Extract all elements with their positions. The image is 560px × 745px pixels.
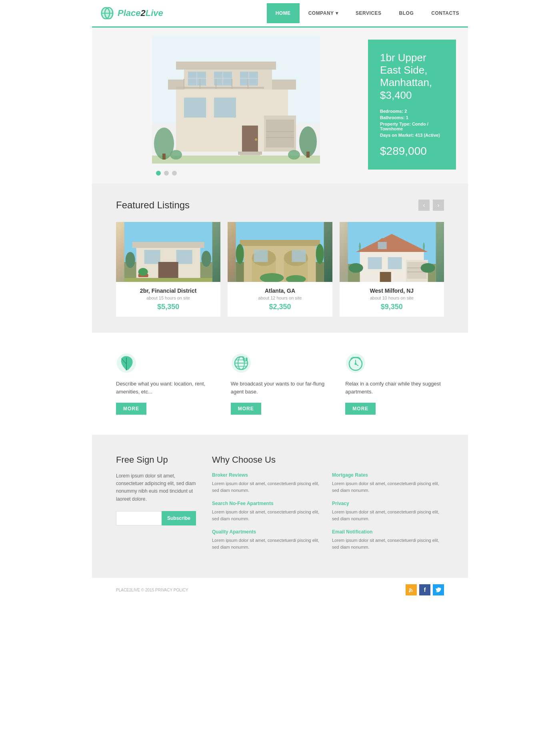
social-icons: f bbox=[406, 584, 444, 595]
why-links-grid: Broker Reviews Lorem ipsum dolor sit ame… bbox=[212, 472, 444, 557]
listing-time-3: about 10 hours on site bbox=[346, 296, 438, 300]
feature-desc-2: We broadcast your wants to our far-flung… bbox=[231, 380, 330, 395]
features-grid: Describe what you want: location, rent, … bbox=[116, 353, 444, 415]
svg-rect-62 bbox=[254, 250, 268, 262]
logo-text: Place2Live bbox=[118, 8, 163, 18]
svg-point-82 bbox=[420, 263, 435, 273]
why-text-privacy: Lorem ipsum dolor sit amet, consectetuer… bbox=[332, 509, 444, 522]
hero-price: $289,000 bbox=[380, 145, 444, 158]
feature-item-3: Relax in a comfy chair while they sugges… bbox=[345, 353, 444, 415]
hero-carousel-dots bbox=[156, 171, 177, 176]
listing-card-2[interactable]: Atlanta, GA about 12 hours on site $2,35… bbox=[228, 222, 332, 317]
svg-rect-79 bbox=[378, 242, 386, 249]
bottom-grid: Free Sign Up Lorem ipsum dolor sit amet,… bbox=[116, 455, 444, 557]
signup-description: Lorem ipsum dolor sit amet, consectetuer… bbox=[116, 472, 196, 503]
main-nav: HOME COMPANY ▾ SERVICES BLOG CONTACTS bbox=[267, 3, 468, 23]
subscribe-button[interactable]: Subscribe bbox=[162, 511, 196, 525]
svg-rect-77 bbox=[388, 257, 402, 269]
leaf-icon bbox=[116, 353, 137, 373]
svg-rect-27 bbox=[176, 87, 264, 89]
why-link-nofee[interactable]: Search No-Fee Apartments bbox=[212, 501, 324, 506]
nav-blog[interactable]: BLOG bbox=[390, 3, 423, 23]
rss-icon[interactable] bbox=[406, 584, 417, 595]
listing-time-1: about 15 hours on site bbox=[122, 296, 214, 300]
why-link-privacy[interactable]: Privacy bbox=[332, 501, 444, 506]
feature-more-btn-3[interactable]: MORE bbox=[345, 403, 376, 415]
globe-icon bbox=[231, 353, 252, 373]
carousel-arrows: ‹ › bbox=[418, 200, 444, 211]
why-choose-us-column: Why Choose Us Broker Reviews Lorem ipsum… bbox=[212, 455, 444, 557]
listing-image-1 bbox=[116, 222, 220, 282]
svg-point-65 bbox=[316, 244, 324, 264]
why-link-quality[interactable]: Quality Apartments bbox=[212, 529, 324, 535]
why-link-mortgage[interactable]: Mortgage Rates bbox=[332, 472, 444, 478]
bottom-section: Free Sign Up Lorem ipsum dolor sit amet,… bbox=[92, 435, 468, 577]
why-links-right: Mortgage Rates Lorem ipsum dolor sit ame… bbox=[332, 472, 444, 557]
why-choose-title: Why Choose Us bbox=[212, 455, 444, 465]
listing-card-3[interactable]: West Milford, NJ about 10 hours on site … bbox=[340, 222, 444, 317]
logo[interactable]: Place2Live bbox=[92, 0, 171, 26]
footer: PLACE2LIVE © 2015 PRIVACY POLICY f bbox=[92, 577, 468, 602]
listing-info-2: Atlanta, GA about 12 hours on site $2,35… bbox=[228, 282, 332, 317]
why-link-email-notification[interactable]: Email Notification bbox=[332, 529, 444, 535]
header: Place2Live HOME COMPANY ▾ SERVICES BLOG … bbox=[92, 0, 468, 28]
listing-card-1[interactable]: 2br, Financial District about 15 hours o… bbox=[116, 222, 220, 317]
why-links-left: Broker Reviews Lorem ipsum dolor sit ame… bbox=[212, 472, 324, 557]
feature-desc-1: Describe what you want: location, rent, … bbox=[116, 380, 215, 395]
svg-rect-39 bbox=[306, 152, 310, 158]
arrow-prev[interactable]: ‹ bbox=[418, 200, 430, 211]
listing-time-2: about 12 hours on site bbox=[234, 296, 326, 300]
why-text-broker: Lorem ipsum dolor sit amet, consectetuer… bbox=[212, 480, 324, 493]
nav-services[interactable]: SERVICES bbox=[347, 3, 390, 23]
featured-listings-section: Featured Listings ‹ › bbox=[92, 184, 468, 333]
listing-image-3 bbox=[340, 222, 444, 282]
hero-card-title: 1br Upper East Side, Manhattan, $3,400 bbox=[380, 52, 444, 102]
svg-rect-11 bbox=[266, 120, 294, 148]
chevron-down-icon: ▾ bbox=[336, 10, 338, 16]
features-section: Describe what you want: location, rent, … bbox=[92, 333, 468, 435]
svg-rect-9 bbox=[176, 62, 276, 70]
svg-point-41 bbox=[288, 150, 300, 160]
why-text-quality: Lorem ipsum dolor sit amet, consectetuer… bbox=[212, 537, 324, 550]
why-text-email-notification: Lorem ipsum dolor sit amet, consectetuer… bbox=[332, 537, 444, 550]
hero-house-image bbox=[152, 36, 320, 165]
feature-more-btn-1[interactable]: MORE bbox=[116, 403, 146, 415]
svg-rect-51 bbox=[124, 278, 212, 282]
svg-point-26 bbox=[255, 138, 257, 141]
listing-info-1: 2br, Financial District about 15 hours o… bbox=[116, 282, 220, 317]
svg-rect-46 bbox=[144, 250, 160, 264]
why-text-mortgage: Lorem ipsum dolor sit amet, consectetuer… bbox=[332, 480, 444, 493]
svg-rect-63 bbox=[292, 250, 306, 262]
twitter-icon[interactable] bbox=[433, 584, 444, 595]
hero-dot-2[interactable] bbox=[164, 171, 169, 176]
listing-price-3: $9,350 bbox=[346, 303, 438, 311]
svg-point-99 bbox=[355, 363, 357, 365]
feature-more-btn-2[interactable]: MORE bbox=[231, 403, 261, 415]
clock-icon bbox=[345, 353, 366, 373]
svg-rect-47 bbox=[176, 250, 192, 264]
logo-icon bbox=[100, 6, 114, 20]
svg-point-40 bbox=[170, 150, 182, 160]
listing-name-1: 2br, Financial District bbox=[122, 288, 214, 294]
svg-point-49 bbox=[126, 252, 135, 268]
nav-contacts[interactable]: CONTACTS bbox=[422, 3, 468, 23]
listing-name-3: West Milford, NJ bbox=[346, 288, 438, 294]
featured-title: Featured Listings bbox=[116, 200, 190, 211]
facebook-icon[interactable]: f bbox=[419, 584, 430, 595]
hero-section: 1br Upper East Side, Manhattan, $3,400 B… bbox=[92, 28, 468, 184]
why-link-broker[interactable]: Broker Reviews bbox=[212, 472, 324, 478]
subscribe-area: Subscribe bbox=[116, 511, 196, 525]
listing-price-2: $2,350 bbox=[234, 303, 326, 311]
nav-home[interactable]: HOME bbox=[267, 3, 300, 23]
feature-item-1: Describe what you want: location, rent, … bbox=[116, 353, 215, 415]
listing-image-2 bbox=[228, 222, 332, 282]
hero-dot-3[interactable] bbox=[172, 171, 177, 176]
arrow-next[interactable]: › bbox=[433, 200, 444, 211]
nav-company[interactable]: COMPANY ▾ bbox=[300, 3, 347, 23]
svg-rect-57 bbox=[240, 240, 320, 246]
feature-desc-3: Relax in a comfy chair while they sugges… bbox=[345, 380, 444, 395]
listing-info-3: West Milford, NJ about 10 hours on site … bbox=[340, 282, 444, 317]
svg-rect-76 bbox=[368, 257, 382, 269]
hero-dot-1[interactable] bbox=[156, 171, 161, 176]
svg-rect-24 bbox=[214, 98, 236, 118]
